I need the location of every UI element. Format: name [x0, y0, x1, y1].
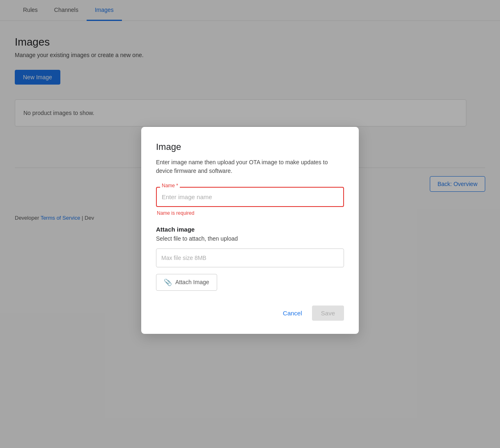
- file-input-box: Max file size 8MB: [156, 248, 344, 267]
- attach-image-label: Attach Image: [175, 279, 209, 285]
- attach-section-desc: Select file to attach, then upload: [156, 235, 344, 242]
- attach-section-title: Attach image: [156, 226, 344, 233]
- modal-title: Image: [156, 142, 344, 152]
- cancel-button[interactable]: Cancel: [280, 306, 305, 321]
- image-modal: Image Enter image name then upload your …: [141, 127, 359, 334]
- name-input[interactable]: [156, 187, 344, 207]
- modal-footer: Cancel Save: [156, 306, 344, 321]
- name-field-wrapper: Name *: [156, 187, 344, 207]
- attach-image-button[interactable]: 📎 Attach Image: [156, 274, 217, 291]
- paperclip-icon: 📎: [164, 278, 172, 286]
- name-error-message: Name is required: [157, 210, 344, 216]
- name-field-label: Name *: [160, 183, 180, 188]
- page-wrapper: Rules Channels Images Images Manage your…: [0, 0, 500, 448]
- save-button[interactable]: Save: [312, 306, 344, 321]
- modal-description: Enter image name then upload your OTA im…: [156, 158, 344, 175]
